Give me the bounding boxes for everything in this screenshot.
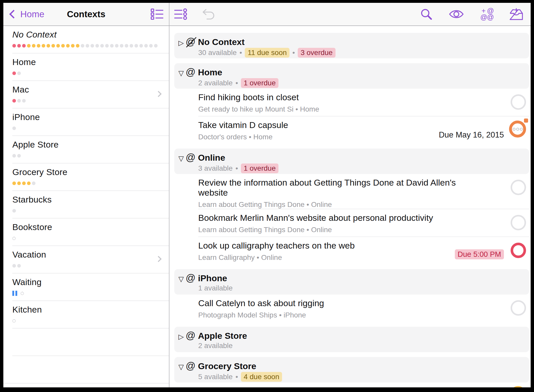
repeat-dot [516,128,519,131]
task-row[interactable]: Find hiking boots in closetGet ready to … [169,89,531,116]
pause-bar [15,291,17,296]
status-dot-normal [144,44,148,48]
status-dot-normal [22,99,26,103]
sidebar-item-grocery-store[interactable]: Grocery Store [3,163,169,191]
inbox-add-icon[interactable] [509,8,523,21]
count-badge-due-soon: 11 due soon [245,48,289,58]
sidebar-item-home[interactable]: Home [3,53,169,81]
group-header-iphone[interactable]: ▽@iPhone1 available [174,269,529,295]
sidebar-item-apple-store[interactable]: Apple Store [3,136,169,163]
count-badge-overdue: 1 overdue [241,163,279,173]
sidebar-item-label: Mac [12,85,169,95]
status-dot-normal [17,71,21,75]
task-complete-circle[interactable] [511,94,526,110]
status-dot-due-soon [71,44,75,48]
count-available: 5 available [198,373,233,381]
status-dot-normal [149,44,153,48]
task-complete-circle[interactable] [511,215,526,230]
status-dot-due-soon [12,181,16,185]
pause-bar [12,291,14,296]
task-complete-circle[interactable] [509,121,526,138]
context-at-icon: @ [186,272,196,284]
sidebar-item-iphone[interactable]: iPhone [3,108,169,136]
context-status-dots [12,236,169,241]
context-status-dots [12,208,169,213]
disclosure-expanded-icon[interactable]: ▽ [178,275,184,283]
group-title: Home [198,67,222,77]
main-split: No ContextHomeMaciPhoneApple StoreGrocer… [3,26,531,387]
sidebar-item-kitchen[interactable]: Kitchen [3,301,169,329]
task-subtitle: Learn about Getting Things Done • Online [198,226,484,234]
sidebar-item-waiting[interactable]: Waiting [3,274,169,301]
repeat-dot [520,128,523,131]
task-subtitle: Learn Calligraphy • Online [198,253,484,262]
group-header-apple-store[interactable]: ▷@Apple Store2 available [174,327,529,352]
disclosure-collapsed-icon[interactable]: ▷ [178,39,184,47]
undo-icon[interactable] [201,8,216,20]
count-available: 3 available [198,164,233,172]
status-dot-normal [154,44,158,48]
paused-icon [12,291,17,296]
group-header-no-context[interactable]: ▷@No Context30 available•11 due soon•3 o… [174,33,529,58]
status-dot-normal [110,44,114,48]
task-complete-circle[interactable] [511,300,526,316]
status-dot-due-soon [37,44,40,48]
toolbar-sidebar-section: Home Contexts [3,3,169,25]
group-counts: 5 available•4 due soon [198,372,282,382]
disclosure-collapsed-icon[interactable]: ▷ [178,333,184,341]
count-separator: • [239,49,242,57]
disclosure-expanded-icon[interactable]: ▽ [178,154,184,163]
task-row[interactable]: Bookmark Merlin Mann's website about per… [169,209,531,236]
status-dot-overdue [12,71,16,75]
status-dot-due-soon [76,44,79,48]
context-at-icon: @ [186,330,196,341]
disclosure-expanded-icon[interactable]: ▽ [178,69,184,77]
status-dot-overdue [12,44,16,48]
sidebar-item-vacation[interactable]: Vacation [3,246,169,274]
task-due-label: Due 5:00 PM [455,249,504,259]
status-dot-normal [12,209,16,213]
status-dot-due-soon [61,44,65,48]
task-row[interactable]: Review the information about Getting Thi… [169,174,531,209]
status-dot-due-soon [66,44,70,48]
sidebar-item-label: Starbucks [12,195,169,205]
status-dot-normal [12,264,16,268]
sidebar-empty-row [3,356,169,384]
task-title: Find hiking boots in closet [198,92,484,102]
task-complete-circle[interactable] [511,180,526,195]
status-dot-normal [105,44,109,48]
task-row[interactable]: Take vitamin D capsuleDoctor's orders • … [169,116,531,144]
status-dot-normal [90,44,94,48]
task-row[interactable]: Buy carrots [169,382,531,387]
status-dot-due-soon [51,44,55,48]
count-badge-overdue: 3 overdue [298,48,336,58]
sidebar-item-mac[interactable]: Mac [3,81,169,108]
disclosure-expanded-icon[interactable]: ▽ [178,363,184,371]
search-icon[interactable] [420,8,432,20]
toolbar-panel-section: +@ @@ [169,3,531,25]
count-separator: • [236,164,238,172]
context-status-dots [12,263,169,268]
status-dot-due-soon [22,181,26,185]
group-header-grocery-store[interactable]: ▽@Grocery Store5 available•4 due soon [174,357,529,382]
sidebar-item-starbucks[interactable]: Starbucks [3,191,169,218]
context-at-icon: @ [186,67,196,78]
sidebar-empty-row [3,329,169,356]
sidebar-item-bookstore[interactable]: Bookstore [3,218,169,246]
task-row[interactable]: Call Catelyn to ask about riggingPhotogr… [169,295,531,322]
task-title: Review the information about Getting Thi… [198,178,484,198]
status-dot-due-soon [17,181,21,185]
list-circles-icon[interactable] [174,8,187,20]
list-bullets-icon[interactable] [150,8,164,20]
group-header-online[interactable]: ▽@Online3 available•1 overdue [174,149,529,174]
context-status-dots [12,98,169,103]
sidebar-item-label: iPhone [12,112,169,122]
task-complete-circle[interactable] [510,386,526,387]
eye-icon[interactable] [449,9,464,20]
task-complete-circle[interactable] [511,243,526,258]
task-title: Take vitamin D capsule [198,120,484,130]
task-row[interactable]: Look up calligraphy teachers on the webL… [169,237,531,264]
group-header-home[interactable]: ▽@Home2 available•1 overdue [174,63,529,89]
add-context-icon[interactable]: +@ @@ [480,8,494,21]
sidebar-item-no-context[interactable]: No Context [3,26,169,53]
